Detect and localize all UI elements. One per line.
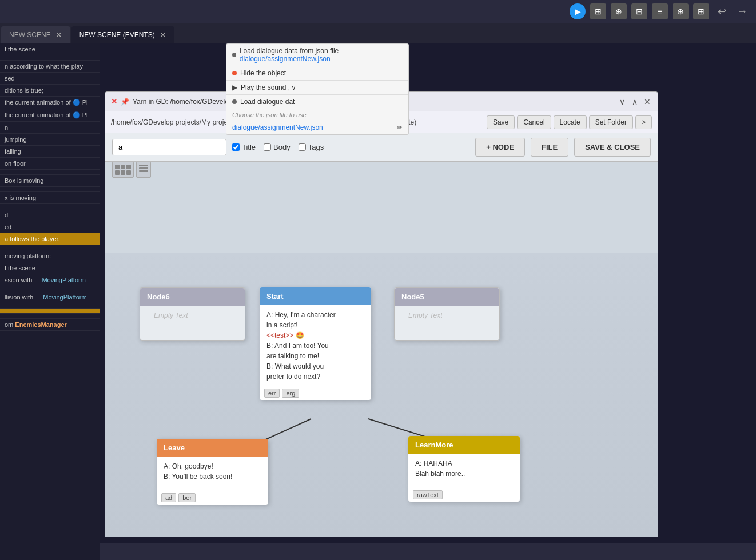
event-text: falling: [5, 148, 21, 155]
dp-item-load[interactable]: Load dialogue data from json file dialog…: [226, 44, 408, 66]
dp-item-hide[interactable]: Hide the object: [226, 66, 408, 81]
play-button[interactable]: ▶: [570, 3, 586, 19]
search-input[interactable]: [112, 139, 226, 155]
chevron-button[interactable]: >: [635, 115, 652, 129]
event-text: x is moving: [5, 194, 36, 201]
event-row: moving platform:: [0, 250, 100, 262]
yarn-node-learnmore[interactable]: LearnMore A: HAHAHABlah blah more.. rawT…: [408, 436, 520, 502]
yarn-node-node6[interactable]: Node6 Empty Text: [140, 287, 245, 341]
event-row: f the scene: [0, 43, 100, 55]
event-text: n: [5, 124, 8, 131]
remove-layout-icon[interactable]: ⊟: [631, 3, 647, 19]
node5-empty: Empty Text: [401, 305, 449, 326]
tab-new-scene[interactable]: NEW SCENE ✕: [1, 26, 70, 43]
filter-checkboxes: Title Body Tags: [232, 143, 324, 151]
pin-icon[interactable]: 📌: [121, 98, 129, 106]
event-row: [0, 204, 100, 209]
event-text: d: [5, 211, 8, 218]
save-close-button[interactable]: SAVE & CLOSE: [574, 138, 651, 157]
event-row: falling: [0, 146, 100, 158]
grid-dot: [115, 170, 120, 175]
start-body: A: Hey, I'm a characterin a script! <<te…: [260, 305, 371, 386]
canvas-area[interactable]: Node6 Empty Text Start A: Hey, I'm a cha…: [105, 253, 658, 537]
event-row: the current animation of 🔵 Pl: [0, 97, 100, 109]
pencil-icon[interactable]: ✏: [397, 123, 403, 131]
dp-dot-gray: [232, 53, 236, 57]
learnmore-tags: rawText: [408, 488, 520, 502]
tab-new-scene-events[interactable]: NEW SCENE (EVENTS) ✕: [71, 26, 174, 43]
events-icon[interactable]: ≡: [652, 3, 668, 19]
list-view-toggle[interactable]: [136, 162, 151, 178]
undo-icon[interactable]: ↩: [714, 3, 730, 19]
dp-item-load2[interactable]: Load dialogue dat: [226, 95, 408, 109]
add-node-button[interactable]: + NODE: [475, 138, 525, 157]
event-text: ssion with — MovingPlatform: [5, 277, 86, 283]
add-layout-icon[interactable]: ⊕: [611, 3, 627, 19]
tab-close-new-scene[interactable]: ✕: [55, 30, 62, 39]
learnmore-line1: A: HAHAHABlah blah more..: [415, 459, 465, 478]
body-checkbox-label[interactable]: Body: [264, 143, 291, 151]
dp-item-text: Load dialogue data from json file dialog…: [240, 47, 403, 63]
dp-item-text: Load dialogue dat: [240, 98, 295, 106]
minimize-icon[interactable]: ∨: [618, 97, 627, 106]
event-row: jumping: [0, 134, 100, 146]
event-text: on floor: [5, 160, 26, 167]
event-row: ditions is true;: [0, 85, 100, 97]
leave-title: Leave: [164, 443, 185, 452]
grid-view-toggle[interactable]: [112, 162, 134, 178]
event-text: ditions is true;: [5, 87, 43, 94]
tags-checkbox-label[interactable]: Tags: [299, 143, 324, 151]
grid-dot: [121, 170, 125, 175]
learnmore-header: LearnMore: [408, 436, 520, 454]
tab-close-events[interactable]: ✕: [160, 30, 166, 39]
redo-icon[interactable]: →: [734, 3, 750, 19]
tab-label: NEW SCENE: [9, 31, 51, 39]
body-checkbox[interactable]: [264, 143, 271, 151]
event-text: sed: [5, 75, 15, 82]
node6-header: Node6: [140, 288, 245, 306]
event-text: a follows the player.: [5, 235, 60, 242]
save-button[interactable]: Save: [487, 115, 515, 129]
locate-button[interactable]: Locate: [554, 115, 587, 129]
dp-item-link[interactable]: dialogue/assignmentNew.json ✏: [226, 121, 408, 134]
event-text: the current animation of 🔵 Pl: [5, 111, 87, 118]
layout-icon[interactable]: ⊞: [590, 3, 606, 19]
close-modal-icon[interactable]: ✕: [643, 97, 652, 106]
start-line1: A: Hey, I'm a characterin a script!: [266, 311, 336, 329]
yarn-node-leave[interactable]: Leave A: Oh, goodbye!B: You'll be back s…: [157, 439, 268, 505]
title-checkbox-label[interactable]: Title: [232, 143, 256, 151]
editor-toolbar: Title Body Tags + NODE FILE SAVE & CLOSE: [105, 133, 658, 162]
node5-body: Empty Text: [395, 306, 499, 340]
tags-checkbox[interactable]: [299, 143, 306, 151]
dp-item-text: Hide the object: [240, 69, 286, 77]
tab-bar: NEW SCENE ✕ NEW SCENE (EVENTS) ✕: [0, 23, 756, 43]
event-row: f the scene: [0, 262, 100, 274]
event-text: moving platform:: [5, 253, 51, 259]
event-row: Box is moving: [0, 175, 100, 187]
title-label: Title: [242, 143, 256, 151]
event-text: Box is moving: [5, 177, 43, 184]
learnmore-body: A: HAHAHABlah blah more..: [408, 454, 520, 488]
maximize-icon[interactable]: ∧: [630, 97, 639, 106]
title-checkbox[interactable]: [232, 143, 240, 151]
add-icon[interactable]: ⊕: [673, 3, 689, 19]
dp-dot-gray2: [232, 99, 237, 104]
event-text: f the scene: [5, 265, 35, 271]
node5-header: Node5: [395, 288, 499, 306]
close-x-icon[interactable]: ✕: [111, 97, 117, 106]
leave-header: Leave: [157, 439, 268, 457]
tab-label-events: NEW SCENE (EVENTS): [79, 31, 155, 39]
event-row: n according to what the play: [0, 61, 100, 73]
file-button[interactable]: FILE: [531, 138, 568, 157]
grid-view-icon[interactable]: ⊞: [693, 3, 709, 19]
set-folder-button[interactable]: Set Folder: [589, 115, 633, 129]
play-icon: ▶: [232, 83, 237, 91]
node6-empty: Empty Text: [147, 305, 195, 326]
bottom-bar: YARN: [0, 543, 756, 560]
yarn-node-start[interactable]: Start A: Hey, I'm a characterin a script…: [260, 287, 371, 400]
event-row: om EnemiesManager: [0, 319, 100, 331]
dp-item-play[interactable]: ▶ Play the sound , v: [226, 81, 408, 95]
start-header: Start: [260, 287, 371, 305]
yarn-node-node5[interactable]: Node5 Empty Text: [394, 287, 500, 341]
cancel-button[interactable]: Cancel: [517, 115, 551, 129]
